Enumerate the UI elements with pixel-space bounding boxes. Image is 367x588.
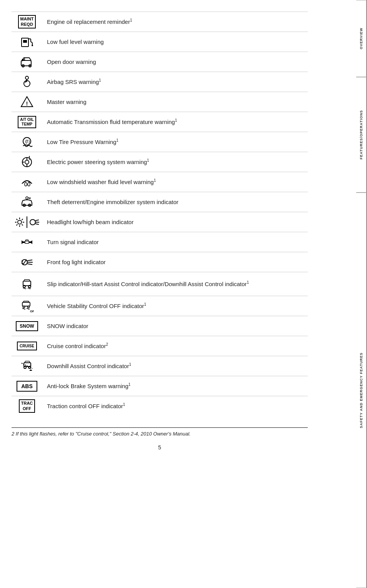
washer-fluid-icon	[20, 175, 34, 189]
description: Automatic Transmission fluid temperature…	[42, 118, 308, 126]
svg-point-52	[28, 285, 31, 288]
svg-text:!: !	[28, 155, 30, 161]
svg-rect-1	[23, 40, 27, 43]
side-tab-features[interactable]: FEATURES/OPERATIONS	[356, 77, 367, 193]
icon-cell: MAINTREQD	[12, 15, 42, 28]
svg-point-51	[23, 285, 25, 288]
description: Theft deterrent/Engine immobilizer syste…	[42, 198, 308, 206]
list-item: Downhill Assist Control indicator1	[12, 356, 308, 376]
description: Open door warning	[42, 58, 308, 66]
description: Airbag SRS warning1	[42, 78, 308, 86]
svg-line-46	[27, 260, 32, 261]
list-item: SNOW SNOW indicator	[12, 316, 308, 336]
list-item: CRUISE Cruise control indicator2	[12, 336, 308, 356]
list-item: TRACOFF Traction control OFF indicator1	[12, 396, 308, 416]
list-item: Slip indicator/Hill-start Assist Control…	[12, 272, 308, 296]
description: Traction control OFF indicator1	[42, 402, 308, 410]
svg-rect-39	[22, 241, 25, 243]
abs-icon: ABS	[17, 381, 37, 392]
svg-point-4	[32, 45, 33, 46]
svg-point-35	[30, 219, 35, 225]
list-item: Headlight low/high beam indicator	[12, 212, 308, 232]
side-tab-overview[interactable]: OVERVIEW	[356, 0, 367, 77]
list-item: ABS Anti-lock Brake System warning1	[12, 376, 308, 396]
vsc-off-icon: OFF	[20, 299, 34, 313]
description: Engine oil replacement reminder1	[42, 18, 308, 26]
list-item: Turn signal indicator	[12, 232, 308, 252]
turn-signal-icon	[20, 235, 34, 249]
svg-text:(!: (!	[25, 139, 28, 144]
list-item: A/T OILTEMP Automatic Transmission fluid…	[12, 112, 308, 132]
svg-point-26	[18, 220, 22, 224]
theft-icon	[20, 195, 34, 209]
list-item: Airbag SRS warning1	[12, 72, 308, 92]
svg-text:OFF: OFF	[30, 310, 34, 313]
svg-rect-40	[29, 241, 32, 243]
side-tab-safety[interactable]: SAFETY AND EMERGENCY FEATURES	[356, 193, 367, 588]
fog-light-icon	[20, 255, 34, 269]
trac-off-icon: TRACOFF	[19, 399, 35, 412]
list-item: Low fuel level warning	[12, 32, 308, 52]
svg-line-33	[17, 224, 18, 225]
description: Low fuel level warning	[42, 38, 308, 46]
low-fuel-icon	[20, 35, 34, 49]
svg-point-58	[24, 366, 26, 369]
page-number: 5	[12, 444, 308, 451]
snow-icon: SNOW	[16, 321, 38, 331]
description: Cruise control indicator2	[42, 342, 308, 350]
maint-reqd-icon: MAINTREQD	[18, 15, 36, 28]
icon-cell	[12, 175, 42, 189]
footnote-text: 2 If this light flashes, refer to "Cruis…	[12, 431, 191, 437]
description: Slip indicator/Hill-start Assist Control…	[42, 280, 308, 288]
description: Anti-lock Brake System warning1	[42, 382, 308, 390]
footnote: 2 If this light flashes, refer to "Cruis…	[12, 427, 308, 437]
description: Turn signal indicator	[42, 238, 308, 246]
list-item: ! Master warning	[12, 92, 308, 112]
low-tire-icon: (! )	[20, 135, 34, 149]
svg-rect-41	[25, 241, 29, 243]
svg-text:!: !	[26, 101, 28, 107]
open-door-icon	[20, 55, 34, 69]
description: Electric power steering system warning1	[42, 158, 308, 166]
icon-cell: (! )	[12, 135, 42, 149]
list-item: (! ) Low Tire Pressure Warning1	[12, 132, 308, 152]
icon-cell	[12, 235, 42, 249]
eps-icon: !	[20, 155, 34, 169]
svg-line-48	[27, 264, 32, 265]
svg-line-34	[22, 224, 23, 225]
description: SNOW indicator	[42, 322, 308, 330]
description: Master warning	[42, 98, 308, 106]
icon-cell: !	[12, 155, 42, 169]
icon-cell	[12, 359, 42, 373]
master-warning-icon: !	[20, 95, 34, 109]
list-item: Theft deterrent/Engine immobilizer syste…	[12, 192, 308, 212]
list-item: Front fog light indicator	[12, 252, 308, 272]
dac-icon	[20, 359, 34, 373]
icon-cell: SNOW	[12, 321, 42, 331]
icon-cell	[12, 55, 42, 69]
svg-line-38	[35, 224, 39, 224]
list-item: MAINTREQD Engine oil replacement reminde…	[12, 12, 308, 32]
svg-point-22	[26, 197, 28, 199]
icon-cell: TRACOFF	[12, 399, 42, 412]
svg-line-36	[35, 220, 39, 221]
icon-cell	[12, 195, 42, 209]
description: Vehicle Stability Control OFF indicator1	[42, 302, 308, 310]
description: Front fog light indicator	[42, 258, 308, 266]
description: Headlight low/high beam indicator	[42, 218, 308, 226]
svg-point-59	[28, 366, 31, 369]
icon-cell: A/T OILTEMP	[12, 116, 42, 128]
svg-line-31	[17, 219, 18, 220]
side-tabs: OVERVIEW FEATURES/OPERATIONS SAFETY AND …	[356, 0, 367, 588]
headlight-icon	[14, 215, 40, 229]
icon-cell: ABS	[12, 381, 42, 392]
description: Downhill Assist Control indicator1	[42, 362, 308, 370]
icon-cell	[12, 215, 42, 229]
svg-rect-53	[22, 302, 30, 306]
list-item: Open door warning	[12, 52, 308, 72]
svg-point-54	[23, 306, 25, 308]
list-item: OFF Vehicle Stability Control OFF indica…	[12, 296, 308, 316]
list-item: ! Electric power steering system warning…	[12, 152, 308, 172]
icon-cell	[12, 277, 42, 291]
svg-point-55	[28, 306, 30, 308]
